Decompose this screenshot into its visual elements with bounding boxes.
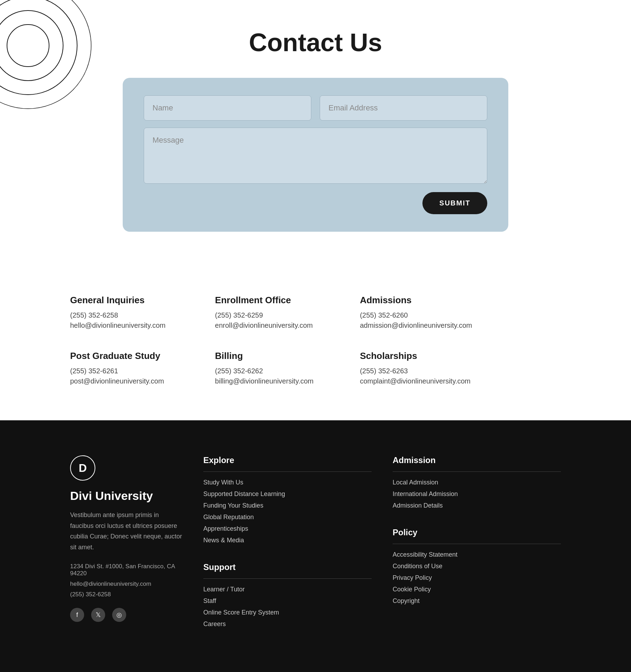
contact-card-title: General Inquiries bbox=[70, 295, 201, 306]
policy-links: Accessibility StatementConditions of Use… bbox=[393, 551, 561, 605]
admission-title: Admission bbox=[393, 455, 561, 472]
explore-link[interactable]: Supported Distance Learning bbox=[203, 490, 372, 498]
contact-card-phone: (255) 352-6259 bbox=[215, 311, 346, 319]
svg-point-1 bbox=[0, 11, 63, 81]
form-submit-row: SUBMIT bbox=[144, 192, 487, 214]
contact-card-title: Admissions bbox=[360, 295, 491, 306]
footer-policy-section: Policy Accessibility StatementConditions… bbox=[393, 528, 561, 609]
contact-card: Billing (255) 352-6262 billing@divionlin… bbox=[215, 351, 346, 385]
admission-links: Local AdmissionInternational AdmissionAd… bbox=[393, 479, 561, 509]
footer-explore-section: Explore Study With UsSupported Distance … bbox=[203, 455, 372, 548]
policy-link[interactable]: Copyright bbox=[393, 597, 561, 605]
policy-link[interactable]: Conditions of Use bbox=[393, 563, 561, 570]
explore-link[interactable]: Study With Us bbox=[203, 479, 372, 486]
contact-card-title: Post Graduate Study bbox=[70, 351, 201, 361]
contact-card-title: Enrollment Office bbox=[215, 295, 346, 306]
footer-phone: (255) 352-6258 bbox=[70, 591, 182, 598]
form-top-row bbox=[144, 95, 487, 121]
footer-logo: D bbox=[70, 455, 95, 481]
contact-card-email: post@divionlineuniversity.com bbox=[70, 377, 201, 385]
admission-link[interactable]: Admission Details bbox=[393, 502, 561, 509]
twitter-icon[interactable]: 𝕏 bbox=[91, 608, 105, 622]
footer-address: 1234 Divi St. #1000, San Francisco, CA 9… bbox=[70, 563, 182, 577]
facebook-icon[interactable]: f bbox=[70, 608, 84, 622]
contact-card-email: billing@divionlineuniversity.com bbox=[215, 377, 346, 385]
contact-card-phone: (255) 352-6258 bbox=[70, 311, 201, 319]
support-link[interactable]: Learner / Tutor bbox=[203, 586, 372, 593]
policy-link[interactable]: Accessibility Statement bbox=[393, 551, 561, 558]
contact-card-email: admission@divionlineuniversity.com bbox=[360, 321, 491, 330]
support-link[interactable]: Careers bbox=[203, 620, 372, 628]
footer-social: f 𝕏 ◎ bbox=[70, 608, 182, 622]
footer-brand: D Divi University Vestibulum ante ipsum … bbox=[70, 455, 182, 646]
explore-title: Explore bbox=[203, 455, 372, 472]
contact-card-email: enroll@divionlineuniversity.com bbox=[215, 321, 346, 330]
footer-grid: D Divi University Vestibulum ante ipsum … bbox=[70, 455, 561, 646]
support-title: Support bbox=[203, 562, 372, 579]
contact-card: Enrollment Office (255) 352-6259 enroll@… bbox=[215, 295, 346, 330]
policy-link[interactable]: Privacy Policy bbox=[393, 574, 561, 582]
explore-link[interactable]: Global Reputation bbox=[203, 514, 372, 521]
explore-link[interactable]: News & Media bbox=[203, 537, 372, 544]
footer-support-section: Support Learner / TutorStaffOnline Score… bbox=[203, 562, 372, 632]
footer-email: hello@divionlineuniversity.com bbox=[70, 581, 182, 588]
contact-card-phone: (255) 352-6260 bbox=[360, 311, 491, 319]
support-links: Learner / TutorStaffOnline Score Entry S… bbox=[203, 586, 372, 628]
policy-link[interactable]: Cookie Policy bbox=[393, 586, 561, 593]
svg-point-0 bbox=[7, 25, 49, 67]
message-textarea[interactable] bbox=[144, 128, 487, 184]
explore-link[interactable]: Apprenticeships bbox=[203, 525, 372, 532]
contact-card: Scholarships (255) 352-6263 complaint@di… bbox=[360, 351, 491, 385]
footer-col-explore-support: Explore Study With UsSupported Distance … bbox=[203, 455, 372, 646]
submit-button[interactable]: SUBMIT bbox=[422, 192, 487, 214]
page-title: Contact Us bbox=[70, 28, 561, 57]
support-link[interactable]: Online Score Entry System bbox=[203, 609, 372, 616]
contact-card-title: Billing bbox=[215, 351, 346, 361]
instagram-icon[interactable]: ◎ bbox=[112, 608, 126, 622]
footer-admission-section: Admission Local AdmissionInternational A… bbox=[393, 455, 561, 514]
contact-info-section: General Inquiries (255) 352-6258 hello@d… bbox=[0, 267, 631, 420]
contact-card-phone: (255) 352-6262 bbox=[215, 367, 346, 375]
contact-card-title: Scholarships bbox=[360, 351, 491, 361]
logo-letter: D bbox=[79, 462, 87, 475]
contact-form: SUBMIT bbox=[123, 78, 508, 232]
name-input[interactable] bbox=[144, 95, 311, 121]
contact-card: Admissions (255) 352-6260 admission@divi… bbox=[360, 295, 491, 330]
explore-links: Study With UsSupported Distance Learning… bbox=[203, 479, 372, 544]
contact-section: Contact Us SUBMIT bbox=[0, 0, 631, 267]
contact-card-phone: (255) 352-6263 bbox=[360, 367, 491, 375]
explore-link[interactable]: Funding Your Studies bbox=[203, 502, 372, 509]
email-input[interactable] bbox=[320, 95, 487, 121]
contact-grid: General Inquiries (255) 352-6258 hello@d… bbox=[70, 295, 491, 385]
admission-link[interactable]: Local Admission bbox=[393, 479, 561, 486]
support-link[interactable]: Staff bbox=[203, 597, 372, 605]
footer-col-admission-policy: Admission Local AdmissionInternational A… bbox=[393, 455, 561, 646]
contact-card: Post Graduate Study (255) 352-6261 post@… bbox=[70, 351, 201, 385]
footer: D Divi University Vestibulum ante ipsum … bbox=[0, 420, 631, 672]
contact-card-phone: (255) 352-6261 bbox=[70, 367, 201, 375]
contact-card-email: complaint@divionlineuniversity.com bbox=[360, 377, 491, 385]
footer-description: Vestibulum ante ipsum primis in faucibus… bbox=[70, 510, 182, 552]
policy-title: Policy bbox=[393, 528, 561, 544]
contact-card-email: hello@divionlineuniversity.com bbox=[70, 321, 201, 330]
admission-link[interactable]: International Admission bbox=[393, 490, 561, 498]
svg-point-2 bbox=[0, 0, 77, 95]
footer-university-name: Divi University bbox=[70, 489, 182, 503]
contact-card: General Inquiries (255) 352-6258 hello@d… bbox=[70, 295, 201, 330]
